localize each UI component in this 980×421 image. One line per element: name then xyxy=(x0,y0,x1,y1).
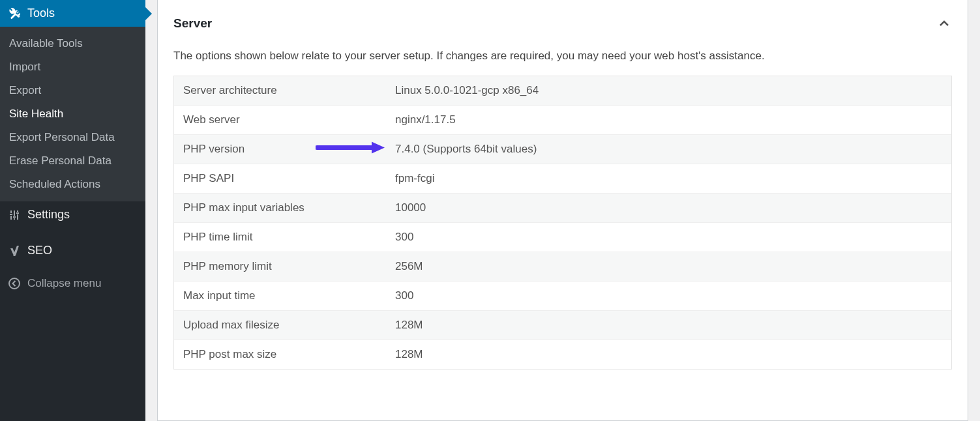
submenu-item[interactable]: Export xyxy=(0,79,145,102)
row-label: PHP SAPI xyxy=(183,172,395,185)
submenu-item[interactable]: Scheduled Actions xyxy=(0,173,145,196)
row-value: nginx/1.17.5 xyxy=(395,113,942,126)
sidebar-item-seo[interactable]: SEO xyxy=(0,237,145,264)
table-row: PHP version7.4.0 (Supports 64bit values) xyxy=(174,135,951,164)
collapse-icon xyxy=(8,277,21,290)
collapse-label: Collapse menu xyxy=(27,277,101,290)
panel-header[interactable]: Server xyxy=(158,0,968,38)
wrench-icon xyxy=(8,7,21,20)
row-value: Linux 5.0.0-1021-gcp x86_64 xyxy=(395,84,942,97)
submenu-item[interactable]: Available Tools xyxy=(0,32,145,55)
row-value: 300 xyxy=(395,231,942,244)
row-value: 256M xyxy=(395,260,942,273)
sidebar-item-label: SEO xyxy=(27,244,52,257)
row-label: PHP post max size xyxy=(183,348,395,361)
row-label: Web server xyxy=(183,113,395,126)
table-row: Upload max filesize128M xyxy=(174,311,951,340)
svg-point-0 xyxy=(9,278,20,289)
row-label: PHP memory limit xyxy=(183,260,395,273)
row-label: Server architecture xyxy=(183,84,395,97)
row-label: PHP time limit xyxy=(183,231,395,244)
server-info-table: Server architectureLinux 5.0.0-1021-gcp … xyxy=(173,76,952,370)
row-value: 7.4.0 (Supports 64bit values) xyxy=(395,143,942,156)
row-value: 300 xyxy=(395,289,942,302)
yoast-icon xyxy=(8,244,21,257)
sidebar-menu-tools[interactable]: Tools xyxy=(0,0,145,27)
admin-sidebar: Tools Available ToolsImportExportSite He… xyxy=(0,0,145,421)
submenu-item[interactable]: Export Personal Data xyxy=(0,126,145,149)
table-row: PHP post max size128M xyxy=(174,340,951,369)
sidebar-item-label: Settings xyxy=(27,208,70,222)
row-value: 128M xyxy=(395,319,942,332)
row-label: PHP max input variables xyxy=(183,201,395,214)
sidebar-menu-label: Tools xyxy=(27,7,55,20)
main-content: Server The options shown below relate to… xyxy=(145,0,980,421)
table-row: Web servernginx/1.17.5 xyxy=(174,106,951,135)
table-row: PHP SAPIfpm-fcgi xyxy=(174,164,951,194)
row-value: 128M xyxy=(395,348,942,361)
panel-title: Server xyxy=(173,16,212,31)
collapse-menu-button[interactable]: Collapse menu xyxy=(0,270,145,297)
row-label: Max input time xyxy=(183,289,395,302)
row-label: PHP version xyxy=(183,143,395,156)
table-row: Server architectureLinux 5.0.0-1021-gcp … xyxy=(174,76,951,106)
submenu-item[interactable]: Import xyxy=(0,55,145,79)
server-panel: Server The options shown below relate to… xyxy=(157,0,968,421)
table-row: PHP memory limit256M xyxy=(174,252,951,282)
submenu-item[interactable]: Site Health xyxy=(0,102,145,126)
sidebar-submenu: Available ToolsImportExportSite HealthEx… xyxy=(0,27,145,201)
sidebar-item-settings[interactable]: Settings xyxy=(0,201,145,228)
panel-description: The options shown below relate to your s… xyxy=(158,38,968,76)
row-value: fpm-fcgi xyxy=(395,172,942,185)
row-value: 10000 xyxy=(395,201,942,214)
table-row: PHP time limit300 xyxy=(174,223,951,252)
table-row: Max input time300 xyxy=(174,282,951,311)
submenu-item[interactable]: Erase Personal Data xyxy=(0,149,145,173)
table-row: PHP max input variables10000 xyxy=(174,194,951,223)
chevron-up-icon[interactable] xyxy=(936,16,952,31)
sliders-icon xyxy=(8,209,21,222)
row-label: Upload max filesize xyxy=(183,319,395,332)
